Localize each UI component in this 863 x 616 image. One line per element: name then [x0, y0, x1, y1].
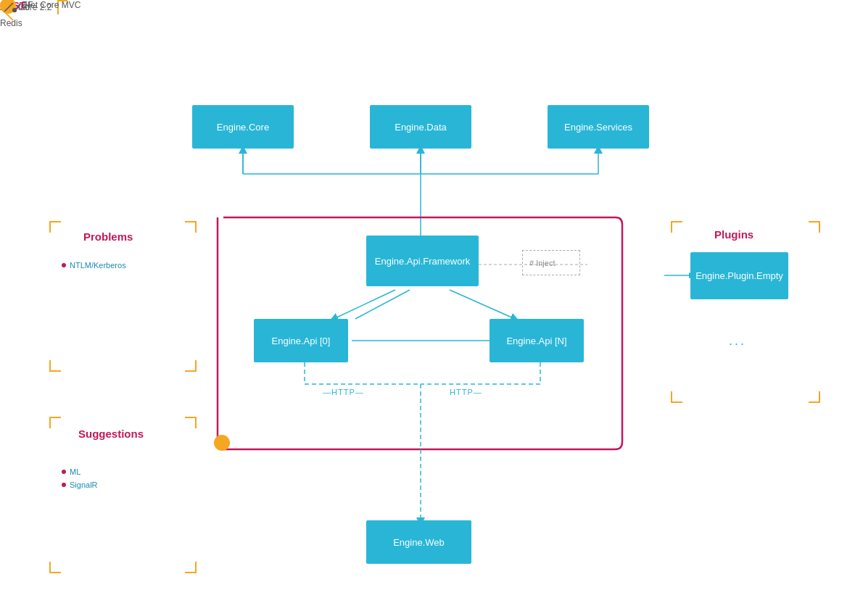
ellipsis-label: ...: [729, 333, 746, 349]
engine-plugin-empty-box: Engine.Plugin.Empty: [690, 252, 788, 299]
ml-item: ML: [62, 467, 80, 476]
engine-api-n-box: Engine.Api [N]: [490, 319, 584, 362]
problems-bracket-br: [185, 360, 197, 372]
engine-api-framework-box: Engine.Api.Framework: [366, 236, 479, 286]
svg-line-6: [334, 290, 395, 319]
svg-line-8: [450, 290, 515, 319]
plugins-title: Plugins: [714, 228, 753, 241]
engine-core-box: Engine.Core: [192, 105, 294, 149]
http-label-2: HTTP—: [450, 388, 482, 396]
engine-data-box: Engine.Data: [370, 105, 471, 149]
plugins-bracket-tr: [809, 221, 820, 233]
svg-line-7: [355, 290, 410, 319]
suggestions-bracket-tl: [49, 417, 61, 428]
plugins-bracket-bl: [671, 391, 682, 403]
diagram-container: .Net Core 2.2 EF Autofac Redis Engine.Co…: [0, 0, 863, 616]
net-core-mvc-label: .Net Core MVC: [22, 0, 80, 10]
svg-point-25: [12, 8, 17, 12]
svg-line-24: [4, 12, 13, 20]
signalr-item: SignalR: [62, 480, 98, 489]
engine-web-box: Engine.Web: [366, 520, 471, 564]
suggestions-bracket-bl: [49, 562, 61, 573]
suggestions-circle: [214, 435, 230, 451]
problems-bracket-bl: [49, 360, 61, 372]
mvc-connector-icon: [0, 1, 17, 23]
problems-title: Problems: [83, 230, 133, 243]
engine-services-box: Engine.Services: [548, 105, 649, 149]
http-label-1: —HTTP—: [323, 388, 364, 396]
suggestions-bracket-tr: [185, 417, 197, 428]
inject-box: [522, 250, 580, 275]
problems-bracket-tl: [49, 221, 61, 233]
engine-api-0-box: Engine.Api [0]: [254, 319, 348, 362]
svg-line-23: [4, 3, 13, 12]
net-core-mvc-group: .Net Core MVC: [0, 0, 80, 23]
plugins-bracket-tl: [671, 221, 682, 233]
problems-bracket-tr: [185, 221, 197, 233]
suggestions-title: Suggestions: [78, 428, 144, 440]
suggestions-bracket-br: [185, 562, 197, 573]
plugins-bracket-br: [809, 391, 820, 403]
ntlm-item: NTLM/Kerberos: [62, 261, 126, 270]
